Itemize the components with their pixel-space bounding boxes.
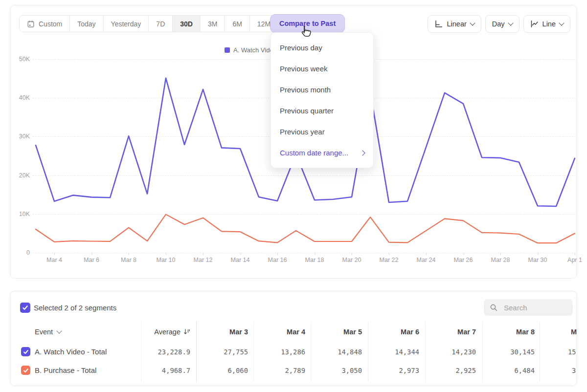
event-header-label: Event xyxy=(35,328,53,336)
cell-value: 14,848 xyxy=(309,348,362,356)
column-header-label: Mar 4 xyxy=(287,328,305,336)
mouse-pointer-icon xyxy=(299,25,312,39)
search-icon xyxy=(490,304,498,312)
compare-menu-items: Previous dayPrevious weekPrevious monthP… xyxy=(271,37,373,142)
column-header-mar-5: Mar 5 xyxy=(309,328,362,336)
row-label: A. Watch Video - Total xyxy=(35,348,107,356)
sort-descending-icon xyxy=(183,328,190,335)
custom-date-range-label: Custom date range... xyxy=(280,149,348,157)
column-header-event[interactable]: Event xyxy=(35,328,61,336)
cell-value: 14,344 xyxy=(366,348,419,356)
menu-item-previous-month[interactable]: Previous month xyxy=(271,79,373,100)
cell-value: 6,060 xyxy=(195,367,248,374)
cell-value: 6,484 xyxy=(482,367,535,374)
menu-item-previous-year[interactable]: Previous year xyxy=(271,121,373,142)
column-header-mar-3: Mar 3 xyxy=(195,328,248,336)
cell-value: 23,228.9 xyxy=(137,348,190,356)
menu-item-previous-week[interactable]: Previous week xyxy=(271,58,373,79)
cell-value: 14,230 xyxy=(423,348,476,356)
cell-value: 3,050 xyxy=(309,367,362,374)
menu-item-custom-date-range[interactable]: Custom date range... xyxy=(271,142,373,163)
cell-value: 13,286 xyxy=(252,348,305,356)
cell-value: 4,968.7 xyxy=(137,367,190,374)
cell-value-clipped: 15, xyxy=(568,348,577,356)
cell-value: 2,789 xyxy=(252,367,305,374)
cell-value: 2,973 xyxy=(366,367,419,374)
column-header-label: Mar 8 xyxy=(516,328,535,336)
chevron-right-icon xyxy=(360,150,365,155)
chevron-down-icon xyxy=(56,328,62,333)
column-header-label: Mar 7 xyxy=(457,328,476,336)
column-header-mar-7: Mar 7 xyxy=(423,328,476,336)
selected-segments-label: Selected 2 of 2 segments xyxy=(34,304,116,312)
cell-value: 2,925 xyxy=(423,367,476,374)
cell-value: 30,145 xyxy=(482,348,535,356)
column-separator xyxy=(540,322,540,382)
cell-value: 27,755 xyxy=(195,348,248,356)
select-all-checkbox[interactable] xyxy=(20,303,30,313)
column-header-mar-8: Mar 8 xyxy=(482,328,535,336)
row-checkbox[interactable] xyxy=(21,366,30,375)
cell-value-clipped: 3, xyxy=(572,367,577,374)
dashboard: { "toolbar": { "date_ranges": ["Custom",… xyxy=(0,0,587,392)
column-header-clipped: M xyxy=(571,328,577,336)
search-input[interactable] xyxy=(503,303,564,312)
check-icon xyxy=(22,305,28,311)
menu-item-previous-quarter[interactable]: Previous quarter xyxy=(271,100,373,121)
column-header-label: Average xyxy=(154,328,181,336)
column-header-label: Mar 5 xyxy=(343,328,362,336)
row-checkbox[interactable] xyxy=(21,347,30,356)
menu-item-previous-day[interactable]: Previous day xyxy=(271,37,373,58)
legend-swatch xyxy=(225,47,230,53)
column-header-mar-6: Mar 6 xyxy=(366,328,419,336)
column-header-label: Mar 6 xyxy=(401,328,419,336)
series-line-b xyxy=(36,215,575,243)
row-label: B. Purchase - Total xyxy=(35,366,96,374)
compare-to-past-menu: Previous dayPrevious weekPrevious monthP… xyxy=(271,32,374,168)
column-header-label: Mar 3 xyxy=(229,328,248,336)
search-box xyxy=(484,299,573,316)
column-header-mar-4: Mar 4 xyxy=(252,328,305,336)
column-header-average[interactable]: Average xyxy=(137,328,190,336)
segments-panel: Selected 2 of 2 segments EventAverageMar… xyxy=(10,291,577,386)
check-icon xyxy=(23,368,29,373)
check-icon xyxy=(23,349,29,355)
